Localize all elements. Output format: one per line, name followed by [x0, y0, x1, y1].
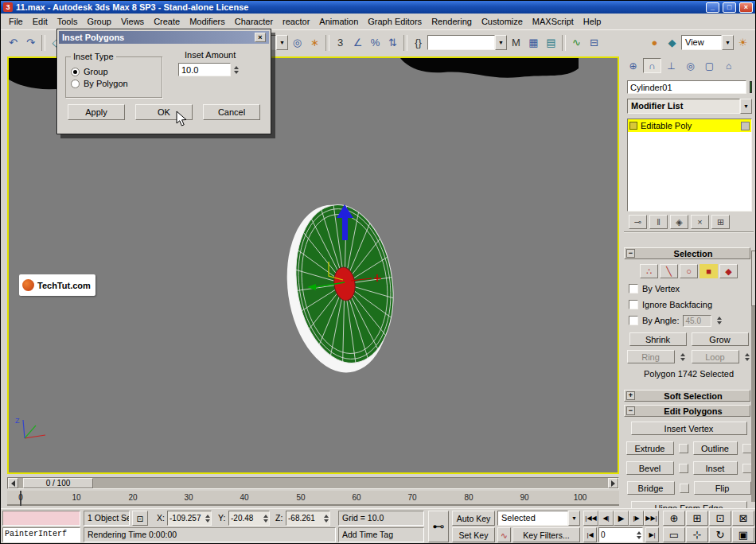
menu-item-file[interactable]: File: [4, 15, 28, 28]
group-radio[interactable]: Group: [71, 67, 157, 76]
menu-item-edit[interactable]: Edit: [28, 15, 53, 28]
undo-icon[interactable]: ↶: [5, 34, 21, 51]
configure-modifier-sets-icon[interactable]: ⊞: [711, 215, 730, 229]
zoom-icon[interactable]: ⊕: [663, 511, 685, 526]
collapse-icon[interactable]: −: [626, 406, 635, 415]
inset-amount-spinner[interactable]: [232, 63, 240, 76]
layer-manager-icon[interactable]: ▤: [543, 34, 559, 51]
percent-snap-icon[interactable]: %: [367, 34, 384, 51]
vertex-mode-icon[interactable]: ∴: [640, 264, 658, 278]
modifier-stack[interactable]: Editable Poly: [627, 119, 752, 212]
z-coordinate-input[interactable]: [286, 514, 323, 523]
menu-item-group[interactable]: Group: [82, 15, 116, 28]
menu-item-reactor[interactable]: reactor: [278, 15, 314, 28]
set-keys-key-icon[interactable]: ⊷: [428, 511, 449, 542]
ring-button[interactable]: Ring: [627, 350, 675, 363]
x-spinner[interactable]: [205, 515, 211, 523]
grow-button[interactable]: Grow: [692, 332, 749, 346]
bevel-settings-button[interactable]: [679, 464, 688, 473]
edge-mode-icon[interactable]: ╲: [660, 264, 678, 278]
tab-hierarchy-icon[interactable]: ⊥: [662, 58, 680, 73]
group-radio-icon[interactable]: [71, 68, 80, 76]
frame-back-icon[interactable]: [8, 478, 18, 488]
tab-motion-icon[interactable]: ◎: [681, 58, 699, 73]
track-bar[interactable]: 0 10 20 30 40 50 60 70 80 90 100: [7, 491, 619, 506]
by-angle-spinner[interactable]: [715, 317, 723, 324]
named-sets-dropdown[interactable]: ▼: [427, 35, 507, 50]
inset-settings-button[interactable]: [742, 464, 752, 473]
pin-stack-icon[interactable]: ⊸: [629, 215, 647, 229]
y-coordinate-field[interactable]: [228, 511, 270, 526]
x-coordinate-input[interactable]: [168, 514, 205, 523]
go-to-start-icon[interactable]: |◀◀: [583, 511, 598, 526]
object-color-swatch[interactable]: [750, 81, 752, 93]
frame-forward-icon[interactable]: [608, 478, 618, 488]
by-polygon-radio[interactable]: By Polygon: [71, 79, 157, 88]
polygon-mode-icon[interactable]: ■: [699, 264, 718, 278]
schematic-view-icon[interactable]: ⊟: [586, 34, 602, 51]
dropdown-arrow-icon[interactable]: ▼: [276, 35, 288, 50]
ignore-backfacing-checkbox[interactable]: [629, 300, 638, 309]
auto-key-button[interactable]: Auto Key: [452, 511, 495, 526]
selection-rollout-header[interactable]: − Selection: [624, 247, 750, 259]
menu-item-animation[interactable]: Animation: [314, 15, 363, 28]
menu-item-help[interactable]: Help: [579, 15, 606, 28]
show-end-result-toggle-icon[interactable]: [741, 122, 750, 130]
key-mode-dropdown[interactable]: Selected ▼: [497, 511, 580, 526]
time-slider-thumb[interactable]: 0 / 100: [23, 478, 93, 488]
flip-button[interactable]: Flip: [694, 481, 751, 495]
zoom-all-icon[interactable]: ⊞: [686, 511, 708, 526]
y-spinner[interactable]: [263, 515, 269, 523]
zoom-extents-icon[interactable]: ⊡: [709, 511, 731, 526]
tab-modify-icon[interactable]: ∩: [643, 58, 661, 73]
menu-item-rendering[interactable]: Rendering: [427, 15, 477, 28]
redo-icon[interactable]: ↷: [22, 34, 39, 51]
quick-render-icon[interactable]: ☀: [735, 34, 751, 51]
soft-selection-rollout-header[interactable]: + Soft Selection: [624, 390, 750, 402]
remove-modifier-icon[interactable]: ×: [691, 215, 709, 229]
loop-spinner[interactable]: [744, 350, 751, 363]
inset-amount-input[interactable]: [178, 63, 231, 76]
expand-icon[interactable]: +: [626, 391, 635, 400]
snaps-toggle-icon[interactable]: 3: [332, 34, 349, 51]
previous-key-icon[interactable]: |◀: [583, 527, 597, 542]
insert-vertex-button[interactable]: Insert Vertex: [631, 422, 747, 435]
select-manipulate-icon[interactable]: ∗: [306, 34, 323, 51]
ring-spinner[interactable]: [680, 350, 687, 363]
dropdown-arrow-icon[interactable]: ▼: [568, 511, 580, 526]
tab-create-icon[interactable]: ⊕: [624, 58, 642, 73]
mirror-icon[interactable]: M: [508, 34, 524, 51]
current-frame-field[interactable]: [598, 527, 643, 542]
frame-spinner[interactable]: [636, 531, 642, 539]
panel-scrollbar-thumb[interactable]: [751, 251, 756, 306]
by-vertex-checkbox[interactable]: [629, 284, 638, 293]
menu-item-maxscript[interactable]: MAXScript: [528, 15, 579, 28]
menu-item-tools[interactable]: Tools: [53, 15, 83, 28]
extrude-settings-button[interactable]: [679, 444, 688, 453]
named-selection-sets-icon[interactable]: {}: [410, 34, 427, 51]
collapse-icon[interactable]: −: [626, 249, 635, 258]
z-coordinate-field[interactable]: [286, 511, 330, 526]
set-key-button[interactable]: Set Key: [452, 527, 495, 542]
shrink-button[interactable]: Shrink: [629, 332, 687, 346]
maximize-button[interactable]: □: [723, 2, 736, 13]
menu-item-character[interactable]: Character: [230, 15, 278, 28]
time-slider-track[interactable]: [93, 478, 608, 488]
border-mode-icon[interactable]: ○: [680, 264, 698, 278]
modifier-list-dropdown[interactable]: Modifier List ▼: [627, 99, 752, 114]
cancel-button[interactable]: Cancel: [203, 104, 260, 120]
panel-scrollbar[interactable]: [751, 251, 756, 502]
by-angle-checkbox[interactable]: [629, 316, 638, 325]
add-time-tag-pane[interactable]: Add Time Tag: [338, 527, 424, 542]
default-in-out-tangent-icon[interactable]: ∿: [497, 527, 511, 542]
tab-display-icon[interactable]: ▢: [700, 58, 719, 73]
y-coordinate-input[interactable]: [229, 514, 263, 523]
previous-frame-icon[interactable]: ◀|: [598, 511, 614, 526]
bridge-settings-button[interactable]: [680, 484, 689, 493]
outline-button[interactable]: Outline: [693, 441, 738, 455]
stack-item-editable-poly[interactable]: Editable Poly: [628, 119, 751, 132]
bridge-button[interactable]: Bridge: [627, 481, 675, 495]
key-filters-button[interactable]: Key Filters...: [512, 527, 580, 542]
menu-item-create[interactable]: Create: [149, 15, 185, 28]
render-scene-icon[interactable]: ◆: [664, 34, 680, 51]
